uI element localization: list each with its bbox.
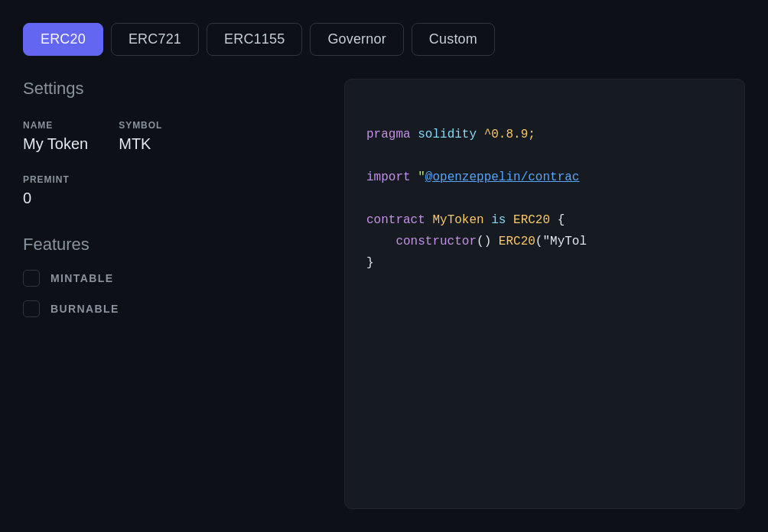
premint-label: PREMINT [23, 174, 321, 185]
left-panel: Settings NAME My Token SYMBOL MTK PREMIN… [23, 79, 344, 509]
symbol-value: MTK [119, 135, 162, 153]
mintable-label: MINTABLE [50, 272, 114, 284]
premint-value: 0 [23, 190, 321, 207]
code-editor: pragma solidity ^0.8.9; import "@openzep… [344, 79, 745, 509]
premint-field-group: PREMINT 0 [23, 174, 321, 207]
name-value: My Token [23, 135, 88, 153]
tab-governor[interactable]: Governor [310, 23, 403, 56]
symbol-field-group: SYMBOL MTK [119, 120, 162, 153]
tab-custom[interactable]: Custom [412, 23, 495, 56]
main-content: Settings NAME My Token SYMBOL MTK PREMIN… [23, 79, 745, 509]
app-container: ERC20 ERC721 ERC1155 Governor Custom Set… [0, 0, 768, 532]
name-symbol-row: NAME My Token SYMBOL MTK [23, 120, 321, 153]
tab-erc721[interactable]: ERC721 [111, 23, 199, 56]
name-field-group: NAME My Token [23, 120, 88, 153]
symbol-label: SYMBOL [119, 120, 162, 131]
mintable-checkbox[interactable] [23, 270, 40, 287]
burnable-label: BURNABLE [50, 303, 119, 315]
settings-title: Settings [23, 79, 321, 99]
features-title: Features [23, 235, 321, 255]
name-label: NAME [23, 120, 88, 131]
code-block: pragma solidity ^0.8.9; import "@openzep… [366, 102, 723, 295]
feature-mintable: MINTABLE [23, 270, 321, 287]
burnable-checkbox[interactable] [23, 300, 40, 317]
feature-burnable: BURNABLE [23, 300, 321, 317]
tab-erc20[interactable]: ERC20 [23, 23, 103, 56]
tab-erc1155[interactable]: ERC1155 [207, 23, 302, 56]
tab-bar: ERC20 ERC721 ERC1155 Governor Custom [23, 23, 745, 56]
